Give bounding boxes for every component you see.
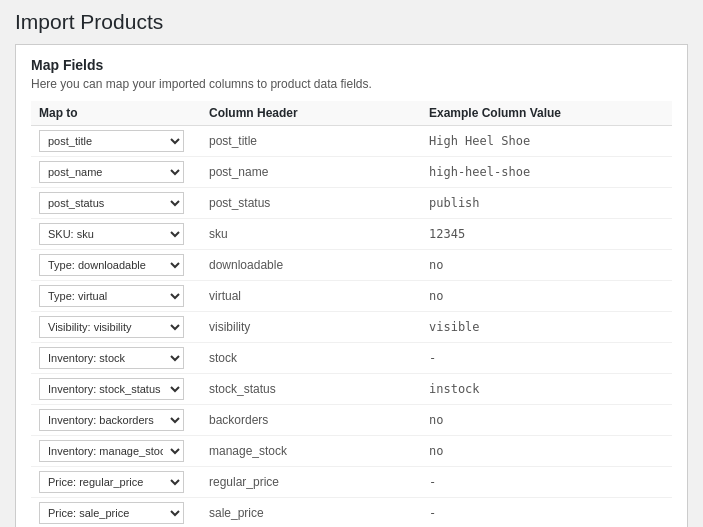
map-to-select-4[interactable]: Type: downloadable xyxy=(39,254,184,276)
map-to-select-9[interactable]: Inventory: backorders xyxy=(39,409,184,431)
column-header-cell: stock_status xyxy=(201,374,421,405)
col-header-example: Example Column Value xyxy=(421,101,672,126)
column-header-cell: virtual xyxy=(201,281,421,312)
map-to-select-3[interactable]: SKU: sku xyxy=(39,223,184,245)
table-row: Inventory: stockstock- xyxy=(31,343,672,374)
table-row: post_titlepost_titleHigh Heel Shoe xyxy=(31,126,672,157)
map-to-select-2[interactable]: post_status xyxy=(39,192,184,214)
example-value-cell: no xyxy=(421,436,672,467)
example-value-cell: visible xyxy=(421,312,672,343)
column-header-cell: downloadable xyxy=(201,250,421,281)
map-to-select-12[interactable]: Price: sale_price xyxy=(39,502,184,524)
table-row: post_namepost_namehigh-heel-shoe xyxy=(31,157,672,188)
column-header-cell: regular_price xyxy=(201,467,421,498)
table-row: SKU: skusku12345 xyxy=(31,219,672,250)
table-row: Inventory: manage_stockmanage_stockno xyxy=(31,436,672,467)
section-title: Map Fields xyxy=(31,57,672,73)
example-value-cell: no xyxy=(421,281,672,312)
example-value-cell: - xyxy=(421,343,672,374)
table-row: Inventory: stock_statusstock_statusinsto… xyxy=(31,374,672,405)
column-header-cell: sku xyxy=(201,219,421,250)
column-header-cell: manage_stock xyxy=(201,436,421,467)
example-value-cell: 12345 xyxy=(421,219,672,250)
page-title: Import Products xyxy=(15,10,688,34)
example-value-cell: High Heel Shoe xyxy=(421,126,672,157)
map-to-select-8[interactable]: Inventory: stock_status xyxy=(39,378,184,400)
table-row: Type: downloadabledownloadableno xyxy=(31,250,672,281)
table-row: Visibility: visibilityvisibilityvisible xyxy=(31,312,672,343)
table-row: Price: sale_pricesale_price- xyxy=(31,498,672,528)
table-row: Type: virtualvirtualno xyxy=(31,281,672,312)
map-to-select-11[interactable]: Price: regular_price xyxy=(39,471,184,493)
table-row: Price: regular_priceregular_price- xyxy=(31,467,672,498)
column-header-cell: post_name xyxy=(201,157,421,188)
section-desc: Here you can map your imported columns t… xyxy=(31,77,672,91)
map-to-select-5[interactable]: Type: virtual xyxy=(39,285,184,307)
map-fields-section: Map Fields Here you can map your importe… xyxy=(15,44,688,527)
column-header-cell: visibility xyxy=(201,312,421,343)
map-to-select-0[interactable]: post_title xyxy=(39,130,184,152)
col-header-mapto: Map to xyxy=(31,101,201,126)
col-header-column: Column Header xyxy=(201,101,421,126)
example-value-cell: high-heel-shoe xyxy=(421,157,672,188)
column-header-cell: post_status xyxy=(201,188,421,219)
example-value-cell: - xyxy=(421,467,672,498)
map-to-select-7[interactable]: Inventory: stock xyxy=(39,347,184,369)
column-header-cell: backorders xyxy=(201,405,421,436)
example-value-cell: - xyxy=(421,498,672,528)
map-table: Map to Column Header Example Column Valu… xyxy=(31,101,672,527)
example-value-cell: no xyxy=(421,250,672,281)
map-to-select-6[interactable]: Visibility: visibility xyxy=(39,316,184,338)
column-header-cell: post_title xyxy=(201,126,421,157)
example-value-cell: publish xyxy=(421,188,672,219)
table-row: post_statuspost_statuspublish xyxy=(31,188,672,219)
map-to-select-10[interactable]: Inventory: manage_stock xyxy=(39,440,184,462)
column-header-cell: stock xyxy=(201,343,421,374)
table-row: Inventory: backordersbackordersno xyxy=(31,405,672,436)
table-header-row: Map to Column Header Example Column Valu… xyxy=(31,101,672,126)
example-value-cell: instock xyxy=(421,374,672,405)
column-header-cell: sale_price xyxy=(201,498,421,528)
example-value-cell: no xyxy=(421,405,672,436)
map-to-select-1[interactable]: post_name xyxy=(39,161,184,183)
page-wrapper: Import Products Map Fields Here you can … xyxy=(0,0,703,527)
